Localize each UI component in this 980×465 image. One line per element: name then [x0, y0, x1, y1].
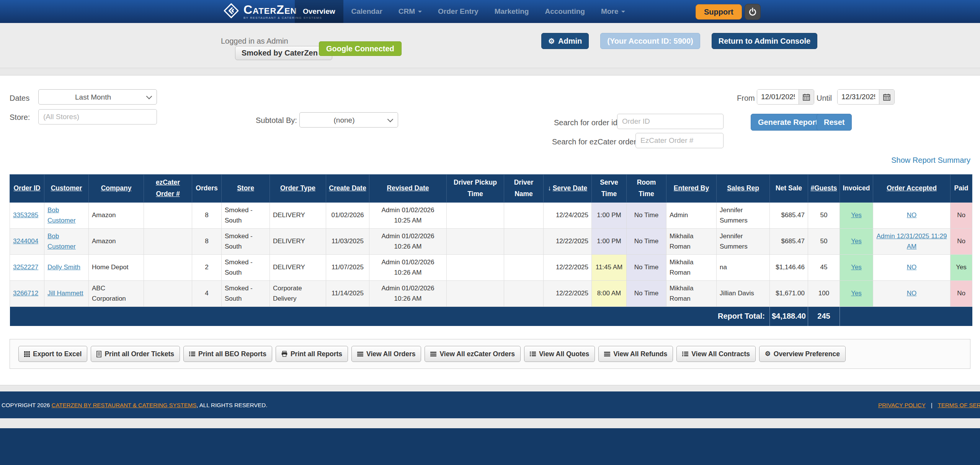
customer-link[interactable]: Bob Customer	[47, 232, 76, 250]
bottom-navy-strip	[0, 428, 980, 465]
nav-item-order-entry[interactable]: Order Entry	[430, 0, 487, 23]
caterzen-footer-link[interactable]: CATERZEN BY RESTAURANT & CATERING SYSTEM…	[52, 402, 197, 408]
nav-item-calendar[interactable]: Calendar	[343, 0, 390, 23]
from-calendar-icon[interactable]	[799, 90, 814, 104]
store-label: Store:	[10, 113, 30, 122]
google-connected-button[interactable]: Google Connected	[319, 41, 402, 56]
customer-link[interactable]: Jill Hammett	[47, 290, 83, 297]
nav-item-overview[interactable]: Overview	[295, 0, 343, 23]
store-selector-dropdown[interactable]: Smoked by CaterZen	[235, 46, 332, 60]
until-calendar-icon[interactable]	[879, 90, 894, 104]
customer-link[interactable]: Dolly Smith	[47, 264, 80, 271]
cell-serve-date: 12/22/2025	[544, 229, 592, 255]
cell-customer: Jill Hammett	[44, 281, 89, 307]
cell-serve-date: 12/22/2025	[544, 255, 592, 281]
view-all-contracts-button[interactable]: View All Contracts	[676, 346, 756, 362]
from-date-input[interactable]	[757, 90, 799, 104]
column-header-order-id[interactable]: Order ID	[10, 175, 44, 203]
terms-of-service-link[interactable]: TERMS OF SERVICE	[938, 402, 980, 408]
column-header-entered-by[interactable]: Entered By	[666, 175, 717, 203]
order-accepted-link[interactable]: NO	[907, 211, 917, 219]
view-all-orders-button[interactable]: View All Orders	[351, 346, 421, 362]
customer-link[interactable]: Bob Customer	[47, 206, 76, 224]
chevron-down-icon	[418, 11, 422, 13]
column-header-label: Driver Pickup Time	[454, 178, 497, 198]
return-to-admin-console-button[interactable]: Return to Admin Console	[712, 33, 817, 49]
nav-item-label: Marketing	[495, 7, 529, 16]
order-id-search-input[interactable]	[617, 114, 724, 129]
invoiced-link[interactable]: Yes	[851, 290, 862, 297]
support-button[interactable]: Support	[696, 4, 742, 20]
orders-report-table: Order IDCustomerCompanyezCater Order #Or…	[10, 174, 972, 326]
order-accepted-link[interactable]: NO	[907, 290, 917, 297]
overview-preference-button[interactable]: ⚙Overview Preference	[759, 346, 846, 362]
cell-paid: Yes	[951, 255, 972, 281]
reset-button[interactable]: Reset	[817, 114, 852, 131]
dates-select[interactable]: Last Month	[38, 89, 157, 105]
top-navbar: CaterZen by Restaurant & Catering System…	[0, 0, 980, 23]
order-id-link[interactable]: 3244004	[13, 237, 38, 245]
cell-serve-time: 11:45 AM	[592, 255, 627, 281]
column-header-customer[interactable]: Customer	[44, 175, 89, 203]
view-all-quotes-button[interactable]: View All Quotes	[524, 346, 595, 362]
column-header-ezcater-order[interactable]: ezCater Order #	[144, 175, 192, 203]
export-to-excel-button[interactable]: Export to Excel	[18, 346, 87, 362]
nav-item-marketing[interactable]: Marketing	[487, 0, 537, 23]
view-all-ezcater-orders-button[interactable]: View All ezCater Orders	[425, 346, 520, 362]
show-report-summary-link[interactable]: Show Report Summary	[891, 156, 970, 165]
invoiced-link[interactable]: Yes	[851, 237, 862, 245]
order-id-link[interactable]: 3353285	[13, 211, 38, 219]
order-accepted-link[interactable]: Admin 12/31/2025 11:29 AM	[877, 232, 947, 250]
column-header-sales-rep[interactable]: Sales Rep	[717, 175, 770, 203]
cell-driver-name	[504, 281, 544, 307]
cell-net-sale: $1,146.46	[770, 255, 808, 281]
subtotal-by-select[interactable]: (none)	[299, 112, 398, 128]
admin-button[interactable]: ⚙ Admin	[541, 33, 589, 49]
column-header-order-type[interactable]: Order Type	[270, 175, 326, 203]
chevron-down-icon	[621, 11, 625, 13]
cell-create-date: 11/03/2025	[326, 229, 369, 255]
print-all-beo-reports-button[interactable]: Print all BEO Reports	[183, 346, 272, 362]
order-accepted-link[interactable]: NO	[907, 264, 917, 271]
table-row: 3266712Jill HammettABC Corporation4Smoke…	[10, 281, 972, 307]
column-header-order-accepted[interactable]: Order Accepted	[873, 175, 951, 203]
store-selector-label: Smoked by CaterZen	[242, 49, 318, 57]
action-button-label: View All ezCater Orders	[439, 350, 514, 358]
privacy-policy-link[interactable]: PRIVACY POLICY	[878, 402, 926, 408]
report-total-spacer	[840, 307, 972, 326]
ezcater-search-input[interactable]	[635, 133, 724, 148]
cell-invoiced: Yes	[840, 203, 873, 229]
order-id-link[interactable]: 3252227	[13, 264, 38, 271]
column-header-label: Sales Rep	[727, 184, 759, 192]
cell-sales-rep: Jennifer Summers	[717, 203, 770, 229]
account-id-button[interactable]: (Your Account ID: 5900)	[600, 33, 700, 49]
column-header-guests[interactable]: #Guests	[808, 175, 840, 203]
cell-store: Smoked - South	[222, 203, 270, 229]
view-all-refunds-button[interactable]: View All Refunds	[598, 346, 673, 362]
list-icon	[189, 351, 195, 357]
column-header-serve-date[interactable]: ↓Serve Date	[544, 175, 592, 203]
column-header-revised-date[interactable]: Revised Date	[369, 175, 447, 203]
invoiced-link[interactable]: Yes	[851, 211, 862, 219]
column-header-net-sale: Net Sale	[770, 175, 808, 203]
store-input[interactable]	[38, 109, 157, 124]
nav-item-crm[interactable]: CRM	[390, 0, 430, 23]
column-header-company[interactable]: Company	[89, 175, 144, 203]
cell-order-accepted: NO	[873, 203, 951, 229]
column-header-create-date[interactable]: Create Date	[326, 175, 369, 203]
print-all-reports-button[interactable]: Print all Reports	[276, 346, 348, 362]
generate-report-button[interactable]: Generate Report	[751, 114, 825, 131]
print-all-order-tickets-button[interactable]: Print all Order Tickets	[91, 346, 180, 362]
order-id-link[interactable]: 3266712	[13, 290, 38, 297]
cell-create-date: 01/02/2026	[326, 203, 369, 229]
logout-power-button[interactable]	[745, 4, 761, 20]
column-header-label: Driver Name	[514, 178, 534, 198]
nav-item-more[interactable]: More	[593, 0, 633, 23]
cell-driver-name	[504, 255, 544, 281]
until-date-input[interactable]	[838, 90, 879, 104]
invoiced-link[interactable]: Yes	[851, 264, 862, 271]
column-header-store[interactable]: Store	[222, 175, 270, 203]
column-header-label: Create Date	[329, 184, 366, 192]
account-bar: Logged in as Admin Smoked by CaterZen Go…	[0, 23, 980, 68]
nav-item-accounting[interactable]: Accounting	[537, 0, 593, 23]
